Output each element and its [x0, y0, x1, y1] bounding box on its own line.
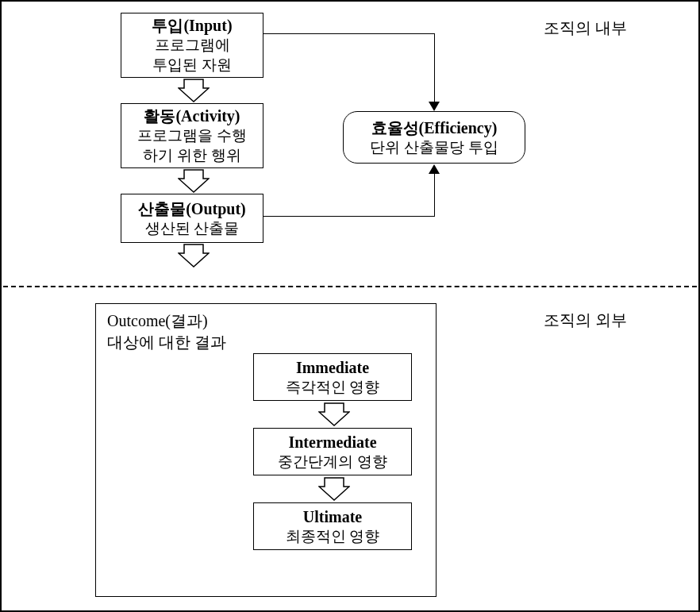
box-immediate: Immediate 즉각적인 영향: [253, 353, 412, 401]
outcome-header: Outcome(결과) 대상에 대한 결과: [107, 310, 226, 353]
arrowhead-into-eff-bottom: [429, 164, 440, 174]
activity-sub2: 하기 위한 행위: [143, 146, 241, 166]
svg-marker-0: [179, 79, 209, 102]
connector-output-eff-h: [263, 216, 434, 217]
svg-marker-1: [179, 170, 209, 192]
arrow-input-activity: [178, 79, 210, 102]
arrow-activity-output: [178, 169, 210, 193]
outcome-title: Outcome(결과): [107, 310, 226, 332]
intermediate-title: Intermediate: [288, 432, 376, 452]
label-internal: 조직의 내부: [544, 17, 627, 39]
input-sub2: 투입된 자원: [152, 56, 232, 75]
connector-input-eff-v: [434, 33, 435, 103]
box-ultimate: Ultimate 최종적인 영향: [253, 502, 412, 550]
box-input: 투입(Input) 프로그램에 투입된 자원: [121, 13, 263, 78]
efficiency-sub: 단위 산출물당 투입: [370, 138, 498, 158]
svg-marker-4: [319, 478, 349, 500]
box-activity: 활동(Activity) 프로그램을 수행 하기 위한 행위: [121, 103, 263, 168]
arrowhead-into-eff-top: [429, 102, 440, 111]
box-efficiency: 효율성(Efficiency) 단위 산출물당 투입: [343, 111, 525, 164]
activity-sub1: 프로그램을 수행: [137, 126, 247, 146]
diagram-frame: 조직의 내부 투입(Input) 프로그램에 투입된 자원 활동(Activit…: [0, 0, 700, 612]
svg-marker-3: [319, 403, 349, 425]
output-sub: 생산된 산출물: [145, 219, 240, 239]
immediate-title: Immediate: [296, 357, 369, 378]
arrow-output-outcome: [178, 244, 210, 268]
divider-dashed: [3, 286, 697, 287]
box-intermediate: Intermediate 중간단계의 영향: [253, 428, 412, 475]
connector-input-eff-h: [263, 33, 434, 34]
input-title: 투입(Input): [152, 15, 232, 36]
efficiency-title: 효율성(Efficiency): [371, 117, 498, 138]
arrow-immediate-intermediate: [318, 402, 350, 426]
box-output: 산출물(Output) 생산된 산출물: [121, 194, 263, 243]
svg-marker-2: [179, 244, 209, 267]
input-sub1: 프로그램에: [155, 36, 230, 56]
intermediate-sub: 중간단계의 영향: [278, 452, 387, 472]
outcome-sub: 대상에 대한 결과: [107, 332, 226, 353]
connector-output-eff-v: [434, 173, 435, 217]
immediate-sub: 즉각적인 영향: [286, 378, 380, 398]
box-outcome: Outcome(결과) 대상에 대한 결과 Immediate 즉각적인 영향 …: [95, 303, 437, 597]
activity-title: 활동(Activity): [144, 106, 240, 126]
arrow-intermediate-ultimate: [318, 477, 350, 501]
ultimate-title: Ultimate: [303, 506, 362, 527]
label-external: 조직의 외부: [544, 310, 627, 331]
ultimate-sub: 최종적인 영향: [286, 527, 380, 547]
output-title: 산출물(Output): [138, 198, 246, 219]
